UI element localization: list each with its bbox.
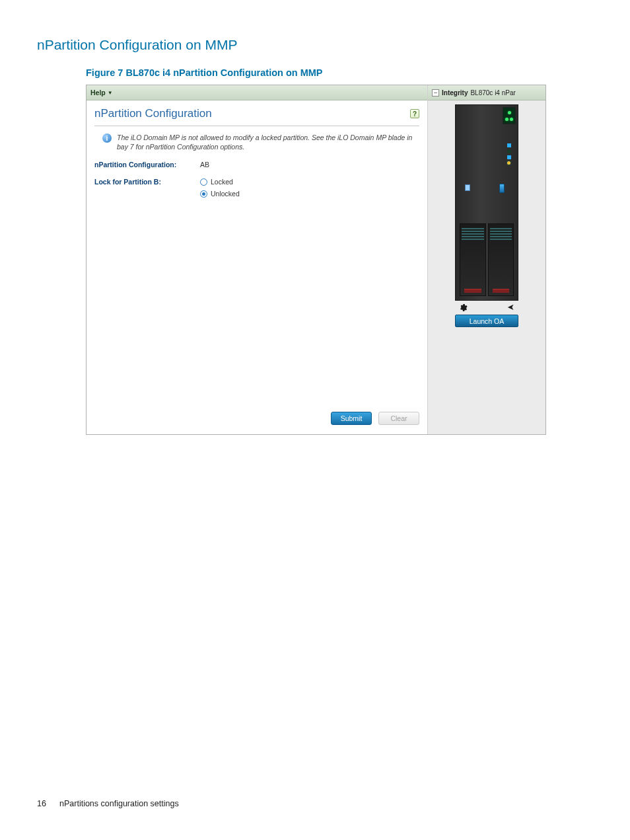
document-section-heading: nPartition Configuration on MMP [37, 37, 593, 53]
product-model-label: BL870c i4 nPar [470, 89, 515, 96]
npartition-config-value: AB [200, 161, 209, 169]
info-message: i The iLO Domain MP is not allowed to mo… [87, 133, 427, 151]
page-number: 16 [37, 799, 49, 808]
radio-option-unlocked[interactable]: Unlocked [200, 190, 240, 198]
info-text: The iLO Domain MP is not allowed to modi… [117, 133, 419, 151]
button-bar: Submit Clear [87, 412, 427, 434]
pointer-icon[interactable]: ➤ [507, 303, 514, 311]
info-icon: i [102, 134, 112, 143]
menubar: Help ▼ [87, 85, 427, 100]
radio-option-locked[interactable]: Locked [200, 178, 240, 186]
dropdown-arrow-icon: ▼ [108, 90, 113, 96]
npartition-config-label: nPartition Configuration: [94, 161, 200, 169]
collapse-icon[interactable]: – [432, 89, 439, 96]
main-panel: Help ▼ nPartition Configuration ? i The … [87, 85, 428, 434]
help-menu[interactable]: Help ▼ [90, 89, 113, 96]
page-footer: 16 nPartitions configuration settings [37, 799, 593, 808]
context-help-icon[interactable]: ? [410, 109, 419, 118]
submit-button[interactable]: Submit [331, 412, 372, 425]
figure-caption: Figure 7 BL870c i4 nPartition Configurat… [86, 67, 593, 78]
radio-locked-label: Locked [211, 178, 233, 186]
radio-unlocked-input[interactable] [200, 190, 207, 198]
blade-image[interactable] [455, 104, 518, 301]
side-panel: – Integrity BL870c i4 nPar [428, 85, 545, 434]
lock-partition-b-label: Lock for Partition B: [94, 178, 200, 186]
screenshot-container: Help ▼ nPartition Configuration ? i The … [86, 85, 546, 435]
launch-oa-button[interactable]: Launch OA [455, 315, 518, 327]
radio-locked-input[interactable] [200, 178, 207, 186]
side-panel-header: – Integrity BL870c i4 nPar [428, 85, 545, 100]
footer-section-title: nPartitions configuration settings [59, 799, 179, 808]
radio-unlocked-label: Unlocked [211, 190, 240, 198]
side-panel-body: ➤ Launch OA [428, 100, 545, 434]
lock-radio-group: Locked Unlocked [200, 178, 240, 198]
gear-icon[interactable] [459, 303, 468, 311]
help-menu-label: Help [90, 89, 106, 96]
page-title: nPartition Configuration [94, 107, 212, 120]
product-family-label: Integrity [442, 89, 468, 96]
clear-button: Clear [378, 412, 419, 425]
divider [94, 126, 419, 126]
